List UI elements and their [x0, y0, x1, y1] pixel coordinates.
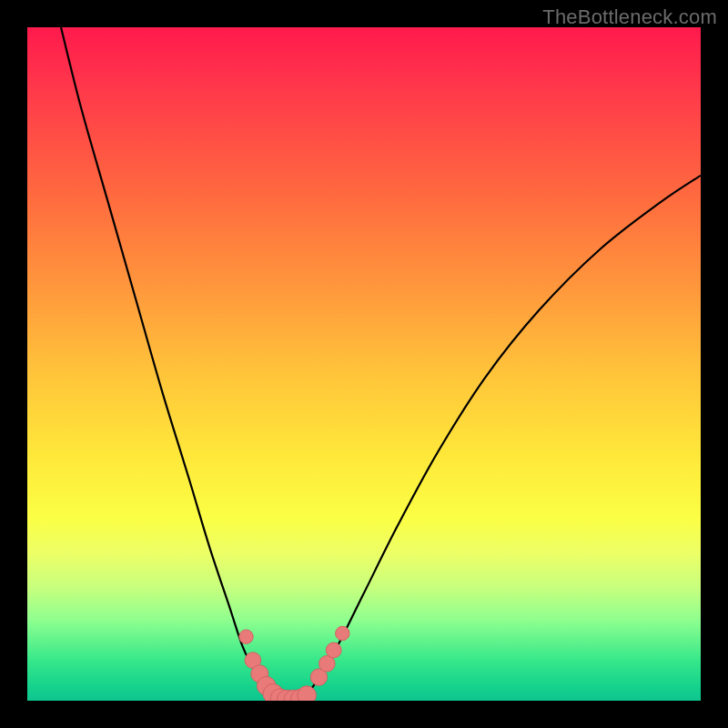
chart-frame: TheBottleneck.com [0, 0, 728, 728]
chart-svg [27, 27, 701, 701]
valley-dots [239, 626, 349, 701]
right-curve [303, 176, 701, 701]
valley-dot [336, 626, 349, 640]
valley-dot [239, 630, 253, 643]
valley-dot [326, 642, 341, 658]
left-curve [61, 27, 277, 701]
watermark-text: TheBottleneck.com [542, 5, 717, 29]
chart-plot-area [27, 27, 701, 701]
valley-dot [298, 686, 317, 701]
